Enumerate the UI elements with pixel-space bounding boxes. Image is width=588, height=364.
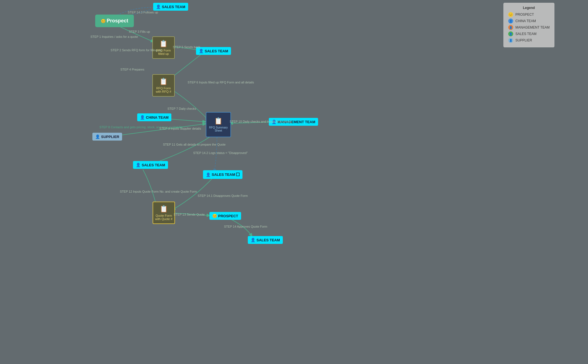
rfq-summary-line1: RFQ Summary Sheet bbox=[206, 126, 230, 132]
sales-bottom-icon: 👤 bbox=[251, 238, 255, 242]
prospect-emoji: 😊 bbox=[101, 19, 106, 23]
legend-title: Legend bbox=[508, 6, 550, 10]
step9-label: STEP 9 Inputs Supplier details bbox=[159, 127, 201, 130]
sales-team-right-node[interactable]: 👤 SALES TEAM bbox=[196, 47, 231, 55]
legend-panel: Legend 😊 PROSPECT 👤 CHINA TEAM 👤 MANAGEM… bbox=[503, 3, 554, 47]
sales-legend-label: SALES TEAM bbox=[515, 32, 536, 36]
quote-form-line1: Quote Form bbox=[156, 214, 172, 217]
sales-team-top-label: SALES TEAM bbox=[162, 5, 185, 9]
sales-team-bottom-node[interactable]: 👤 SALES TEAM bbox=[248, 236, 283, 244]
rfq-filled-line2: filled up bbox=[158, 52, 169, 55]
sales-team-mid-node[interactable]: 👤 SALES TEAM bbox=[133, 161, 168, 169]
step1-label: STEP 1 Inquiries / asks for a quote bbox=[90, 35, 138, 38]
legend-item-management: 👤 MANAGEMENT TEAM bbox=[508, 25, 550, 30]
legend-item-prospect: 😊 PROSPECT bbox=[508, 12, 550, 17]
supplier-node[interactable]: 👤 SUPPLIER bbox=[92, 133, 122, 141]
management-legend-label: MANAGEMENT TEAM bbox=[515, 25, 550, 29]
rfq-summary-icon: 📋 bbox=[214, 117, 223, 125]
step4-label: STEP 4 Prepares bbox=[120, 68, 144, 71]
rfq-filled-icon: 📋 bbox=[159, 40, 168, 48]
step7-label: STEP 7 Daily checks bbox=[167, 107, 196, 110]
step3-label: STEP 3 Fills up bbox=[129, 30, 150, 33]
sales-mid-icon: 👤 bbox=[136, 163, 141, 167]
step5-label: STEP 5 Sends back bbox=[173, 45, 200, 49]
prospect-bottom-label: PROSPECT bbox=[218, 214, 238, 218]
china-icon: 👤 bbox=[140, 115, 145, 120]
supplier-legend-icon: 👤 bbox=[508, 38, 513, 43]
supplier-label: SUPPLIER bbox=[101, 135, 119, 139]
rfq-summary-node[interactable]: 📋 RFQ Summary Sheet bbox=[206, 112, 231, 137]
rfq-filled-node[interactable]: 📋 RFQ Form filled up bbox=[152, 36, 175, 59]
step14-1-label: STEP 14.1 Disapproves Quote Form bbox=[198, 194, 248, 197]
step6-label: STEP 6 Inputs filled up RFQ Form and all… bbox=[188, 81, 254, 84]
quote-form-node[interactable]: 📋 Quote Form with Quote # bbox=[153, 202, 175, 224]
sales-right-icon: 👤 bbox=[199, 49, 204, 53]
sales-team-mid2-node[interactable]: 👤 SALES TEAM ☐ bbox=[203, 170, 242, 179]
step2-label: STEP 2 Sends RFQ form for filling up bbox=[111, 48, 162, 52]
step11-label: STEP 11 Gets all details to prepare the … bbox=[163, 143, 226, 146]
prospect-bottom-node[interactable]: 😊 PROSPECT bbox=[209, 212, 241, 220]
legend-item-china: 👤 CHINA TEAM bbox=[508, 18, 550, 24]
step14-3-label: STEP 14.3 Follows up bbox=[128, 11, 158, 14]
legend-item-supplier: 👤 SUPPLIER bbox=[508, 38, 550, 43]
sales-mid2-box-icon: ☐ bbox=[236, 172, 240, 177]
quote-form-line2: with Quote # bbox=[155, 217, 172, 221]
sales-team-right-label: SALES TEAM bbox=[205, 49, 228, 53]
sales-legend-icon: 👤 bbox=[508, 31, 513, 36]
rfq-number-line2: with RFQ # bbox=[156, 90, 171, 93]
sales-mid2-icon: 👤 bbox=[206, 172, 211, 177]
quote-form-icon: 📋 bbox=[160, 205, 168, 213]
rfq-number-node[interactable]: 📋 RFQ Form with RFQ # bbox=[152, 74, 175, 97]
sales-team-bottom-label: SALES TEAM bbox=[256, 238, 280, 242]
prospect-main-node[interactable]: 😊 Prospect bbox=[95, 15, 134, 27]
china-legend-label: CHINA TEAM bbox=[515, 19, 536, 23]
flow-diagram bbox=[0, 0, 588, 364]
sales-team-top-node[interactable]: 👤 SALES TEAM bbox=[153, 3, 188, 11]
prospect-main-label: Prospect bbox=[107, 18, 128, 24]
step12-label: STEP 12 Inputs Quote Form No. and create… bbox=[120, 190, 197, 193]
prospect-legend-label: PROSPECT bbox=[515, 13, 534, 17]
supplier-icon: 👤 bbox=[95, 134, 100, 139]
step13-label: STEP 13 Sends Quote bbox=[174, 213, 205, 216]
step14-label: STEP 14 Approves Quote Form bbox=[224, 225, 267, 228]
china-legend-icon: 👤 bbox=[508, 18, 513, 24]
management-legend-icon: 👤 bbox=[508, 25, 513, 30]
prospect-legend-icon: 😊 bbox=[508, 12, 513, 17]
legend-item-sales: 👤 SALES TEAM bbox=[508, 31, 550, 36]
supplier-legend-label: SUPPLIER bbox=[515, 38, 532, 42]
step14-2-label: STEP 14.2 Logs status = "Disapproved" bbox=[193, 151, 248, 155]
china-team-label: CHINA TEAM bbox=[146, 115, 169, 120]
sales-team-mid2-label: SALES TEAM bbox=[212, 172, 235, 177]
rfq-number-line1: RFQ Form bbox=[156, 87, 171, 90]
rfq-number-icon: 📋 bbox=[159, 78, 168, 85]
sales-top-icon: 👤 bbox=[156, 4, 161, 9]
sales-team-mid-label: SALES TEAM bbox=[142, 163, 165, 167]
china-team-node[interactable]: 👤 CHINA TEAM bbox=[137, 113, 171, 121]
step10-label: STEP 10 Daily checks and Inputs final pr… bbox=[230, 120, 292, 123]
prospect-bottom-emoji: 😊 bbox=[212, 214, 217, 218]
